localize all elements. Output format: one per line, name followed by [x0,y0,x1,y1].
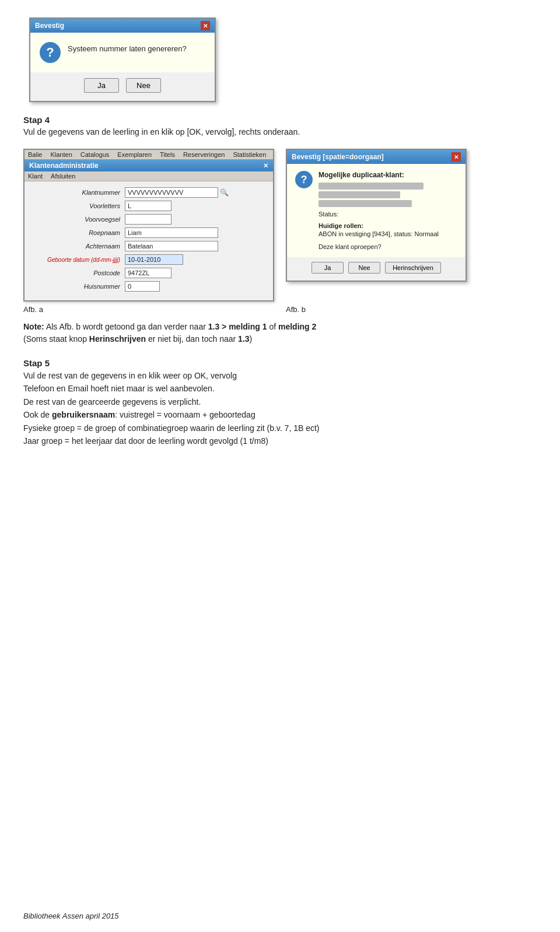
form-row-achternaam: Achternaam [32,241,266,251]
dialog-dup-title: Bevestig [spatie=doorgaan] [292,153,384,161]
input-huisnummer[interactable] [125,281,160,292]
close-button-dup[interactable]: ✕ [452,152,461,162]
blurred-line-2 [318,191,400,198]
menu-reserveringen[interactable]: Reserveringen [183,151,225,158]
input-postcode[interactable] [125,268,172,278]
label-postcode: Postcode [32,269,125,276]
screenshots-row: Balie Klanten Catalogus Exemplaren Titel… [23,149,537,302]
bevestig-dialog-top: Bevestig ✕ ? Systeem nummer laten genere… [29,17,216,102]
ja-button-dup[interactable]: Ja [312,262,344,274]
afb-b-label: Afb. b [286,305,467,314]
dup-status-label: Status: [318,211,338,218]
step4-label: Stap 4 [23,115,537,125]
nee-button-top[interactable]: Nee [126,78,161,93]
dialog-dup-buttons: Ja Nee Herinschrijven [287,257,466,281]
note-text: Note: Als Afb. b wordt getoond ga dan ve… [23,321,537,345]
dialog-title-top: Bevestig [35,22,64,30]
ja-button-top[interactable]: Ja [84,78,119,93]
form-row-geboortedatum: Geboorte datum (dd-mm-jjjj) [32,254,266,265]
step5-label: Stap 5 [23,358,537,368]
afb-labels: Afb. a Afb. b [23,305,537,314]
input-voorletters[interactable] [125,201,172,211]
menu-balie[interactable]: Balie [28,151,42,158]
klanten-title: Klantenadministratie [29,162,99,170]
dialog-titlebar-top: Bevestig ✕ [30,19,215,33]
input-achternaam[interactable] [125,241,218,251]
input-geboortedatum[interactable] [125,254,183,265]
klanten-titlebar: Klantenadministratie ✕ [24,160,273,171]
klanten-submenu: Klant Afsluiten [24,171,273,181]
close-icon-klanten[interactable]: ✕ [263,162,268,170]
form-row-huisnummer: Huisnummer [32,281,266,292]
submenu-afsluiten[interactable]: Afsluiten [51,173,75,180]
form-row-voorvoegsel: Voorvoegsel [32,214,266,225]
herinschrijven-button[interactable]: Herinschrijven [385,262,441,274]
input-voorvoegsel[interactable] [125,214,172,225]
search-icon-klantnummer: 🔍 [220,188,228,197]
form-row-klantnummer: Klantnummer 🔍 [32,187,266,198]
nee-button-dup[interactable]: Nee [348,262,380,274]
form-row-roepnaam: Roepnaam [32,227,266,238]
menu-titels[interactable]: Titels [160,151,175,158]
klanten-form: Klantnummer 🔍 Voorletters Voorvoegsel Ro… [24,181,273,300]
label-huisnummer: Huisnummer [32,283,125,290]
step4-desc: Vul de gegevens van de leerling in en kl… [23,126,537,138]
menu-exemplaren[interactable]: Exemplaren [117,151,152,158]
close-button-top[interactable]: ✕ [201,21,210,30]
label-geboortedatum: Geboorte datum (dd-mm-jjjj) [32,257,125,263]
dialog-dup-titlebar: Bevestig [spatie=doorgaan] ✕ [287,150,466,164]
label-klantnummer: Klantnummer [32,189,125,196]
input-klantnummer[interactable] [125,187,218,198]
dialog-body-top: ? Systeem nummer laten genereren? [30,33,215,72]
menu-klanten[interactable]: Klanten [50,151,72,158]
dup-status: Status: [318,211,457,218]
dialog-buttons-top: Ja Nee [30,72,215,101]
dup-heading: Mogelijke duplicaat-klant: [318,171,457,179]
afb-a-label: Afb. a [23,305,274,314]
klanten-menubar: Balie Klanten Catalogus Exemplaren Titel… [24,150,273,160]
dup-roles-value: ABON in vestiging [9434], status: Normaa… [318,230,457,237]
question-icon: ? [40,42,61,63]
step5-line1: Vul de rest van de gegevens in en klik w… [23,369,537,447]
footer: Bibliotheek Assen april 2015 [23,912,119,920]
dup-question: Deze klant oproepen? [318,243,457,250]
menu-catalogus[interactable]: Catalogus [80,151,110,158]
label-voorletters: Voorletters [32,202,125,209]
klanten-window: Balie Klanten Catalogus Exemplaren Titel… [23,149,274,302]
dup-roles-title: Huidige rollen: [318,222,457,229]
menu-statistieken[interactable]: Statistieken [233,151,266,158]
step5-section: Stap 5 Vul de rest van de gegevens in en… [23,358,537,447]
label-voorvoegsel: Voorvoegsel [32,216,125,223]
label-roepnaam: Roepnaam [32,229,125,236]
dialog-dup-body: ? Mogelijke duplicaat-klant: Status: Hui… [287,164,466,257]
form-row-postcode: Postcode [32,268,266,278]
blurred-line-3 [318,200,412,207]
form-row-voorletters: Voorletters [32,201,266,211]
label-achternaam: Achternaam [32,243,125,250]
dialog-message-top: Systeem nummer laten genereren? [68,42,187,53]
dialog-dup: Bevestig [spatie=doorgaan] ✕ ? Mogelijke… [286,149,467,282]
question-icon-dup: ? [295,171,313,188]
submenu-klant[interactable]: Klant [28,173,43,180]
blurred-line-1 [318,183,424,190]
dup-roles: Huidige rollen: ABON in vestiging [9434]… [318,222,457,237]
input-roepnaam[interactable] [125,227,218,238]
